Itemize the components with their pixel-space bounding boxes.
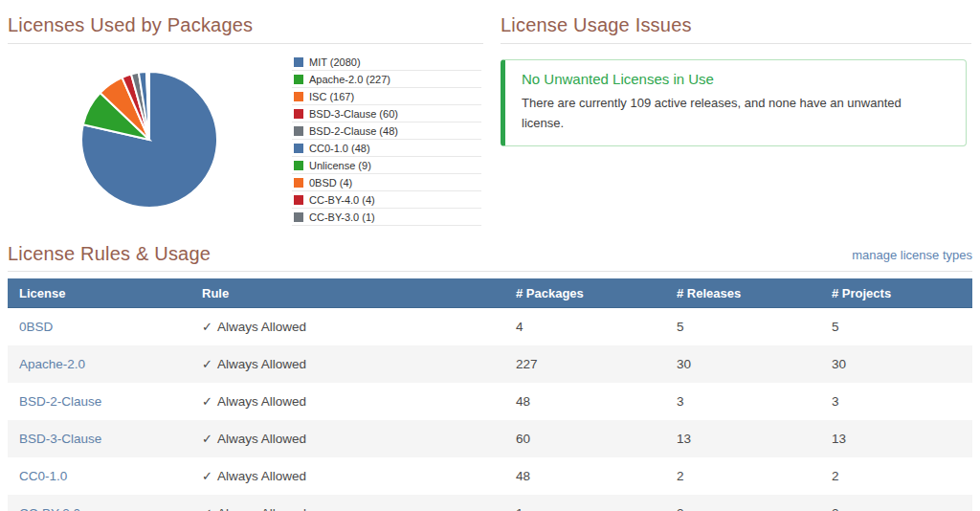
legend-label: MIT (2080) — [309, 56, 361, 68]
license-cell: Apache-2.0 — [8, 345, 190, 383]
alert-title: No Unwanted Licenses in Use — [522, 71, 950, 87]
section-title-usage-issues: License Usage Issues — [501, 10, 971, 44]
section-title-rules-usage: License Rules & Usage — [8, 242, 211, 265]
license-usage-issues-section: License Usage Issues No Unwanted License… — [501, 10, 971, 146]
legend-swatch-icon — [294, 144, 303, 153]
legend-label: CC0-1.0 (48) — [309, 143, 370, 154]
releases-cell: 30 — [665, 345, 820, 383]
legend-item: MIT (2080) — [292, 54, 481, 71]
legend-item: BSD-3-Clause (60) — [292, 105, 481, 122]
table-row: 0BSD✓Always Allowed455 — [8, 308, 972, 346]
legend-item: BSD-2-Clause (48) — [292, 122, 481, 140]
legend-label: ISC (167) — [309, 91, 354, 102]
rule-label: Always Allowed — [217, 506, 306, 511]
table-row: BSD-2-Clause✓Always Allowed4833 — [8, 383, 972, 420]
table-row: BSD-3-Clause✓Always Allowed601313 — [8, 420, 972, 457]
check-icon: ✓ — [202, 357, 212, 371]
releases-cell: 3 — [665, 383, 820, 420]
no-unwanted-licenses-alert: No Unwanted Licenses in Use There are cu… — [501, 59, 967, 146]
projects-cell: 2 — [820, 457, 972, 495]
check-icon: ✓ — [202, 320, 212, 334]
legend-item: 0BSD (4) — [292, 174, 481, 191]
releases-cell: 13 — [665, 420, 820, 457]
legend-label: Unlicense (9) — [309, 160, 371, 171]
rules-section-header: License Rules & Usage manage license typ… — [8, 234, 972, 272]
licenses-pie-chart-area: MIT (2080)Apache-2.0 (227)ISC (167)BSD-3… — [8, 44, 483, 226]
license-link[interactable]: CC-BY-3.0 — [19, 506, 80, 511]
rule-label: Always Allowed — [217, 469, 306, 483]
table-header-row: LicenseRule# Packages# Releases# Project… — [8, 278, 972, 308]
check-icon: ✓ — [202, 394, 212, 409]
check-icon: ✓ — [202, 432, 212, 446]
license-cell: 0BSD — [8, 308, 190, 346]
license-cell: BSD-3-Clause — [8, 420, 190, 457]
legend-label: CC-BY-3.0 (1) — [309, 211, 375, 223]
legend-item: Unlicense (9) — [292, 157, 481, 174]
pie-chart — [79, 70, 219, 210]
legend-item: ISC (167) — [292, 88, 481, 105]
license-rules-section: License Rules & Usage manage license typ… — [8, 234, 972, 511]
column-header-rule: Rule — [190, 278, 504, 308]
licenses-used-section: Licenses Used by Packages MIT (2080)Apac… — [8, 10, 483, 230]
legend-swatch-icon — [294, 178, 303, 188]
releases-cell: 5 — [665, 308, 820, 346]
legend-item: CC-BY-4.0 (4) — [292, 191, 481, 209]
legend-label: 0BSD (4) — [309, 177, 352, 189]
projects-cell: 2 — [820, 495, 972, 511]
legend-label: CC-BY-4.0 (4) — [309, 194, 375, 206]
license-cell: BSD-2-Clause — [8, 383, 190, 420]
column-header-projects: # Projects — [820, 278, 972, 308]
license-link[interactable]: BSD-2-Clause — [19, 394, 101, 409]
license-rules-table: LicenseRule# Packages# Releases# Project… — [8, 278, 972, 511]
rule-label: Always Allowed — [217, 394, 306, 409]
rule-label: Always Allowed — [217, 357, 306, 371]
legend-label: Apache-2.0 (227) — [309, 74, 390, 85]
packages-cell: 227 — [504, 345, 665, 383]
rule-label: Always Allowed — [217, 432, 306, 446]
column-header-releases: # Releases — [665, 278, 820, 308]
license-link[interactable]: CC0-1.0 — [19, 469, 67, 483]
legend-item: Apache-2.0 (227) — [292, 71, 481, 88]
projects-cell: 30 — [820, 345, 972, 383]
legend-swatch-icon — [294, 92, 303, 101]
packages-cell: 4 — [504, 308, 665, 346]
column-header-packages: # Packages — [504, 278, 665, 308]
legend-label: BSD-3-Clause (60) — [309, 108, 398, 120]
check-icon: ✓ — [202, 506, 212, 511]
projects-cell: 13 — [820, 420, 972, 457]
rule-label: Always Allowed — [217, 320, 306, 334]
legend-swatch-icon — [294, 212, 303, 222]
packages-cell: 48 — [504, 457, 665, 495]
manage-license-types-link[interactable]: manage license types — [852, 248, 972, 262]
releases-cell: 2 — [665, 495, 820, 511]
check-icon: ✓ — [202, 469, 212, 483]
releases-cell: 2 — [665, 457, 820, 495]
pie-legend: MIT (2080)Apache-2.0 (227)ISC (167)BSD-3… — [292, 54, 481, 226]
legend-swatch-icon — [294, 57, 303, 67]
legend-swatch-icon — [294, 75, 303, 84]
license-link[interactable]: 0BSD — [19, 320, 53, 334]
rule-cell: ✓Always Allowed — [190, 457, 504, 495]
legend-item: CC0-1.0 (48) — [292, 140, 481, 157]
license-cell: CC0-1.0 — [8, 457, 190, 495]
table-row: CC-BY-3.0✓Always Allowed122 — [8, 495, 972, 511]
rule-cell: ✓Always Allowed — [190, 383, 504, 420]
rule-cell: ✓Always Allowed — [190, 495, 504, 511]
table-row: Apache-2.0✓Always Allowed2273030 — [8, 345, 972, 383]
alert-body: There are currently 109 active releases,… — [522, 93, 924, 133]
legend-item: CC-BY-3.0 (1) — [292, 209, 481, 226]
legend-swatch-icon — [294, 161, 303, 170]
license-link[interactable]: BSD-3-Clause — [19, 432, 101, 446]
rule-cell: ✓Always Allowed — [190, 308, 504, 346]
packages-cell: 48 — [504, 383, 665, 420]
rule-cell: ✓Always Allowed — [190, 420, 504, 457]
packages-cell: 1 — [504, 495, 665, 511]
license-link[interactable]: Apache-2.0 — [19, 357, 85, 371]
rule-cell: ✓Always Allowed — [190, 345, 504, 383]
legend-label: BSD-2-Clause (48) — [309, 125, 398, 137]
section-title-licenses-used: Licenses Used by Packages — [8, 10, 483, 44]
legend-swatch-icon — [294, 109, 303, 119]
projects-cell: 3 — [820, 383, 972, 420]
table-row: CC0-1.0✓Always Allowed4822 — [8, 457, 972, 495]
legend-swatch-icon — [294, 126, 303, 136]
